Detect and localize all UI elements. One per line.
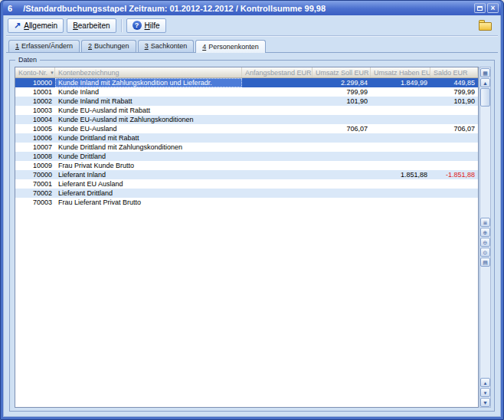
cell-saldo[interactable]: -1.851,88 bbox=[430, 170, 478, 179]
scrollbar-track[interactable] bbox=[480, 267, 490, 377]
cell-bezeichnung[interactable]: Kunde Inland bbox=[55, 87, 242, 97]
table-row[interactable]: 10005Kunde EU-Ausland706,07706,07 bbox=[15, 124, 478, 133]
column-header-kontenbezeichnung[interactable]: Kontenbezeichnung bbox=[55, 67, 242, 77]
column-header-konto-nr[interactable]: Konto-Nr. ▼ bbox=[15, 67, 55, 77]
cell-anfangsbestand[interactable] bbox=[242, 78, 313, 87]
table-row[interactable]: 10000Kunde Inland mit Zahlungskondition … bbox=[15, 78, 478, 87]
cell-saldo[interactable]: 101,90 bbox=[430, 97, 478, 106]
cell-haben[interactable] bbox=[371, 124, 430, 133]
scroll-up-button[interactable]: ▲ bbox=[480, 78, 490, 87]
column-header-umsatz-soll[interactable]: Umsatz Soll EUR bbox=[313, 67, 371, 77]
cell-konto[interactable]: 10006 bbox=[15, 133, 55, 143]
column-header-umsatz-haben[interactable]: Umsatz Haben EUR bbox=[371, 67, 430, 77]
cell-bezeichnung[interactable]: Kunde Inland mit Zahlungskondition und L… bbox=[55, 78, 242, 87]
cell-konto[interactable]: 10009 bbox=[15, 161, 55, 170]
folder-button[interactable] bbox=[478, 19, 493, 31]
table-row[interactable]: 10002Kunde Inland mit Rabatt101,90101,90 bbox=[15, 97, 478, 106]
cell-konto[interactable]: 10000 bbox=[15, 78, 55, 87]
cell-soll[interactable] bbox=[313, 152, 371, 161]
cell-saldo[interactable] bbox=[430, 198, 478, 207]
table-row[interactable]: 70003Frau Lieferant Privat Brutto bbox=[15, 198, 478, 207]
cell-saldo[interactable] bbox=[430, 161, 478, 170]
table-row[interactable]: 10009Frau Privat Kunde Brutto bbox=[15, 161, 478, 170]
cell-soll[interactable]: 706,07 bbox=[313, 124, 371, 133]
cell-bezeichnung[interactable]: Lieferant EU Ausland bbox=[55, 179, 242, 189]
column-settings-button[interactable]: ▦ bbox=[480, 68, 490, 77]
cell-saldo[interactable] bbox=[430, 133, 478, 143]
cell-konto[interactable]: 10004 bbox=[15, 115, 55, 124]
cell-konto[interactable]: 70002 bbox=[15, 189, 55, 198]
cell-konto[interactable]: 70000 bbox=[15, 170, 55, 179]
cell-anfangsbestand[interactable] bbox=[242, 115, 313, 124]
cell-konto[interactable]: 10008 bbox=[15, 152, 55, 161]
page-up-button[interactable]: ▴ bbox=[480, 378, 490, 387]
cell-saldo[interactable]: 706,07 bbox=[430, 124, 478, 133]
cell-anfangsbestand[interactable] bbox=[242, 161, 313, 170]
cell-anfangsbestand[interactable] bbox=[242, 143, 313, 152]
cell-bezeichnung[interactable]: Frau Privat Kunde Brutto bbox=[55, 161, 242, 170]
cell-anfangsbestand[interactable] bbox=[242, 106, 313, 115]
close-button[interactable]: × bbox=[487, 3, 499, 13]
cell-konto[interactable]: 10002 bbox=[15, 97, 55, 106]
cell-soll[interactable] bbox=[313, 106, 371, 115]
restore-button[interactable] bbox=[474, 3, 486, 13]
cell-bezeichnung[interactable]: Kunde EU-Ausland mit Rabatt bbox=[55, 106, 242, 115]
cell-saldo[interactable] bbox=[430, 115, 478, 124]
details-icon[interactable]: ▤ bbox=[480, 258, 490, 267]
tab-buchungen[interactable]: 2Buchungen bbox=[81, 40, 136, 52]
cell-haben[interactable] bbox=[371, 106, 430, 115]
table-row[interactable]: 70001Lieferant EU Ausland bbox=[15, 179, 478, 189]
cell-bezeichnung[interactable]: Kunde Drittland mit Rabatt bbox=[55, 133, 242, 143]
cell-konto[interactable]: 10003 bbox=[15, 106, 55, 115]
cell-soll[interactable] bbox=[313, 170, 371, 179]
cell-bezeichnung[interactable]: Lieferant Inland bbox=[55, 170, 242, 179]
cell-saldo[interactable]: 449,85 bbox=[430, 78, 478, 87]
cell-haben[interactable] bbox=[371, 189, 430, 198]
cell-konto[interactable]: 10005 bbox=[15, 124, 55, 133]
cell-anfangsbestand[interactable] bbox=[242, 170, 313, 179]
cell-soll[interactable]: 2.299,84 bbox=[313, 78, 371, 87]
cell-anfangsbestand[interactable] bbox=[242, 198, 313, 207]
cell-bezeichnung[interactable]: Kunde Inland mit Rabatt bbox=[55, 97, 242, 106]
cell-haben[interactable] bbox=[371, 152, 430, 161]
scrollbar-thumb[interactable] bbox=[480, 88, 490, 107]
search-icon[interactable]: ⊙ bbox=[480, 248, 490, 257]
table-row[interactable]: 10006Kunde Drittland mit Rabatt bbox=[15, 133, 478, 143]
zoom-in-icon[interactable]: ⊕ bbox=[480, 228, 490, 237]
column-header-saldo[interactable]: Saldo EUR bbox=[430, 67, 478, 77]
cell-haben[interactable] bbox=[371, 133, 430, 143]
cell-haben[interactable] bbox=[371, 161, 430, 170]
cell-konto[interactable]: 70001 bbox=[15, 179, 55, 189]
cell-anfangsbestand[interactable] bbox=[242, 189, 313, 198]
cell-saldo[interactable] bbox=[430, 143, 478, 152]
cell-soll[interactable] bbox=[313, 133, 371, 143]
cell-bezeichnung[interactable]: Kunde Drittland bbox=[55, 152, 242, 161]
list-icon[interactable]: ≣ bbox=[480, 218, 490, 227]
cell-soll[interactable] bbox=[313, 115, 371, 124]
cell-haben[interactable] bbox=[371, 115, 430, 124]
cell-bezeichnung[interactable]: Kunde Drittland mit Zahlungskonditionen bbox=[55, 143, 242, 152]
tab-erfassen-aendern[interactable]: 1Erfassen/Ändern bbox=[8, 40, 80, 52]
table-row[interactable]: 70000Lieferant Inland1.851,88-1.851,88 bbox=[15, 170, 478, 179]
allgemein-button[interactable]: ↗ Allgemein bbox=[8, 18, 64, 33]
cell-anfangsbestand[interactable] bbox=[242, 87, 313, 97]
table-row[interactable]: 10007Kunde Drittland mit Zahlungskonditi… bbox=[15, 143, 478, 152]
cell-saldo[interactable] bbox=[430, 106, 478, 115]
table-row[interactable]: 10004Kunde EU-Ausland mit Zahlungskondit… bbox=[15, 115, 478, 124]
cell-haben[interactable]: 1.851,88 bbox=[371, 170, 430, 179]
cell-soll[interactable] bbox=[313, 198, 371, 207]
cell-soll[interactable] bbox=[313, 143, 371, 152]
cell-haben[interactable] bbox=[371, 97, 430, 106]
cell-saldo[interactable]: 799,99 bbox=[430, 87, 478, 97]
page-down-button[interactable]: ▾ bbox=[480, 388, 490, 397]
cell-bezeichnung[interactable]: Kunde EU-Ausland bbox=[55, 124, 242, 133]
cell-haben[interactable] bbox=[371, 198, 430, 207]
cell-anfangsbestand[interactable] bbox=[242, 179, 313, 189]
zoom-out-icon[interactable]: ⊖ bbox=[480, 238, 490, 247]
cell-bezeichnung[interactable]: Kunde EU-Ausland mit Zahlungskonditionen bbox=[55, 115, 242, 124]
tab-personenkonten[interactable]: 4Personenkonten bbox=[195, 40, 266, 53]
scrollbar-track[interactable] bbox=[480, 107, 490, 217]
column-header-anfangsbestand[interactable]: Anfangsbestand EUR bbox=[242, 67, 313, 77]
cell-saldo[interactable] bbox=[430, 152, 478, 161]
cell-konto[interactable]: 70003 bbox=[15, 198, 55, 207]
